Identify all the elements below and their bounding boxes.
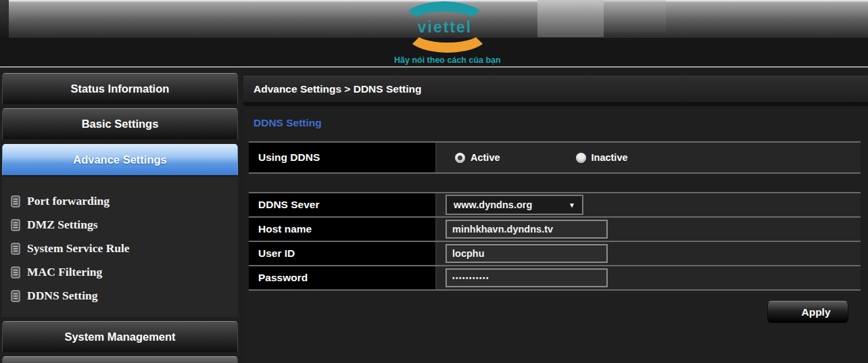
password-field-cell: [437, 266, 861, 289]
submenu-item-ddns-setting[interactable]: DDNS Setting: [2, 284, 238, 308]
ddns-server-select[interactable]: www.dyndns.org ▼: [445, 195, 583, 215]
field-label: Password: [258, 272, 308, 284]
ddns-server-label-cell: DDNS Sever: [249, 193, 435, 216]
sidebar-item-advance-settings[interactable]: Advance Settings: [2, 144, 238, 175]
field-label: DDNS Sever: [258, 199, 319, 211]
viettel-logo: viettel: [395, 1, 494, 55]
field-label: Host name: [258, 223, 312, 235]
submenu-item-label: MAC Filtering: [27, 265, 102, 279]
field-label: Using DDNS: [258, 151, 320, 164]
user-id-field-cell: [437, 242, 861, 265]
sidebar-item-partial: [2, 356, 238, 363]
chevron-down-icon: ▼: [569, 201, 575, 209]
sidebar-item-label: Basic Settings: [82, 118, 159, 130]
submenu-item-dmz-settings[interactable]: DMZ Settings: [2, 213, 238, 237]
submenu-item-label: DDNS Setting: [27, 289, 98, 303]
logo-brand-text: viettel: [395, 18, 494, 37]
document-list-icon: [11, 290, 20, 302]
user-id-label-cell: User ID: [249, 242, 435, 265]
sidebar-item-basic-settings[interactable]: Basic Settings: [2, 108, 238, 139]
header-left-shade: [0, 0, 9, 38]
field-label: User ID: [258, 247, 295, 260]
host-name-field-cell: [437, 218, 861, 241]
using-ddns-row: Using DDNS Active Inactive: [249, 143, 861, 172]
submenu-item-mac-filtering[interactable]: MAC Filtering: [2, 260, 238, 284]
user-id-row: User ID: [249, 242, 861, 266]
host-name-input[interactable]: [445, 220, 608, 239]
sidebar-item-system-management[interactable]: System Management: [2, 321, 238, 352]
sidebar-item-label: Advance Settings: [73, 153, 166, 166]
page-title: DDNS Setting: [254, 117, 322, 129]
active-radio-label: Active: [471, 152, 500, 163]
ddns-settings-panel: DDNS Setting Using DDNS Active Inactive: [243, 106, 868, 363]
password-row: Password: [249, 266, 861, 291]
apply-button[interactable]: Apply: [767, 301, 848, 323]
host-name-label-cell: Host name: [249, 218, 435, 241]
submenu-item-label: Port forwarding: [27, 194, 110, 208]
user-id-input[interactable]: [445, 244, 608, 263]
document-list-icon: [11, 219, 20, 231]
submenu-item-label: DMZ Settings: [27, 218, 98, 232]
inactive-radio-label: Inactive: [592, 152, 628, 163]
header-light-block-2: [604, 0, 666, 32]
breadcrumb: Advance Settings > DDNS Setting: [254, 83, 421, 95]
using-ddns-label-cell: Using DDNS: [249, 143, 435, 172]
using-ddns-field-cell: Active Inactive: [437, 143, 861, 172]
ddns-fields-table: DDNS Sever www.dyndns.org ▼ Host name: [249, 192, 861, 291]
active-radio[interactable]: [455, 153, 465, 163]
router-admin-screen: viettel Hãy nói theo cách của bạn Status…: [0, 0, 868, 363]
document-list-icon: [11, 195, 20, 208]
document-list-icon: [11, 243, 20, 255]
host-name-row: Host name: [249, 218, 861, 242]
sidebar-item-label: System Management: [64, 331, 175, 343]
password-input[interactable]: [445, 268, 608, 287]
inactive-radio-group[interactable]: Inactive: [576, 152, 628, 163]
ddns-server-selected-value: www.dyndns.org: [454, 199, 532, 210]
header: viettel Hãy nói theo cách của bạn: [0, 0, 868, 68]
brand-slogan: Hãy nói theo cách của bạn: [394, 55, 497, 65]
using-ddns-table: Using DDNS Active Inactive: [249, 141, 861, 174]
ddns-server-field-cell: www.dyndns.org ▼: [437, 193, 861, 216]
header-light-block: [537, 0, 604, 37]
document-list-icon: [11, 266, 20, 279]
active-radio-group[interactable]: Active: [455, 152, 500, 163]
inactive-radio[interactable]: [576, 153, 586, 163]
sidebar-item-status-information[interactable]: Status Information: [2, 73, 238, 104]
password-label-cell: Password: [249, 266, 435, 289]
submenu-item-label: System Service Rule: [27, 241, 130, 256]
breadcrumb-bar: Advance Settings > DDNS Setting: [243, 76, 868, 102]
sidebar: Status Information Basic Settings Advanc…: [0, 68, 241, 363]
submenu-item-port-forwarding[interactable]: Port forwarding: [2, 189, 238, 213]
ddns-server-row: DDNS Sever www.dyndns.org ▼: [249, 193, 861, 218]
sidebar-item-label: Status Information: [71, 82, 170, 95]
submenu-item-system-service-rule[interactable]: System Service Rule: [2, 237, 238, 260]
advance-settings-submenu: Port forwarding DMZ Settings System Serv…: [2, 177, 238, 317]
